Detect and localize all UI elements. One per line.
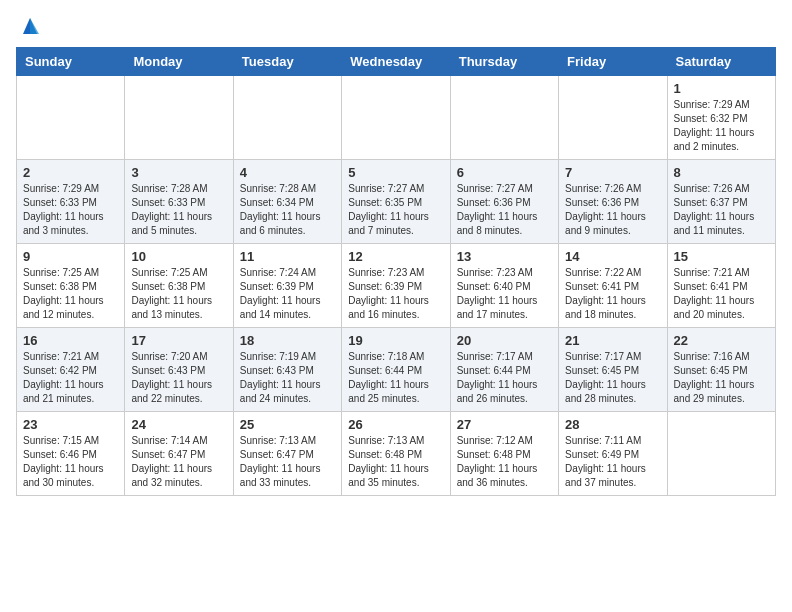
- day-info: Sunrise: 7:20 AM Sunset: 6:43 PM Dayligh…: [131, 350, 226, 406]
- day-cell: 27Sunrise: 7:12 AM Sunset: 6:48 PM Dayli…: [450, 412, 558, 496]
- day-number: 7: [565, 165, 660, 180]
- day-cell: 16Sunrise: 7:21 AM Sunset: 6:42 PM Dayli…: [17, 328, 125, 412]
- day-info: Sunrise: 7:13 AM Sunset: 6:48 PM Dayligh…: [348, 434, 443, 490]
- week-row-4: 16Sunrise: 7:21 AM Sunset: 6:42 PM Dayli…: [17, 328, 776, 412]
- day-number: 18: [240, 333, 335, 348]
- day-number: 10: [131, 249, 226, 264]
- day-cell: 23Sunrise: 7:15 AM Sunset: 6:46 PM Dayli…: [17, 412, 125, 496]
- day-cell: 25Sunrise: 7:13 AM Sunset: 6:47 PM Dayli…: [233, 412, 341, 496]
- weekday-header-wednesday: Wednesday: [342, 48, 450, 76]
- day-number: 26: [348, 417, 443, 432]
- day-cell: 28Sunrise: 7:11 AM Sunset: 6:49 PM Dayli…: [559, 412, 667, 496]
- day-info: Sunrise: 7:28 AM Sunset: 6:33 PM Dayligh…: [131, 182, 226, 238]
- day-number: 20: [457, 333, 552, 348]
- svg-marker-1: [30, 18, 39, 34]
- day-cell: [125, 76, 233, 160]
- day-cell: 24Sunrise: 7:14 AM Sunset: 6:47 PM Dayli…: [125, 412, 233, 496]
- day-info: Sunrise: 7:21 AM Sunset: 6:42 PM Dayligh…: [23, 350, 118, 406]
- day-cell: 22Sunrise: 7:16 AM Sunset: 6:45 PM Dayli…: [667, 328, 775, 412]
- day-info: Sunrise: 7:24 AM Sunset: 6:39 PM Dayligh…: [240, 266, 335, 322]
- day-cell: [450, 76, 558, 160]
- day-info: Sunrise: 7:18 AM Sunset: 6:44 PM Dayligh…: [348, 350, 443, 406]
- day-cell: 5Sunrise: 7:27 AM Sunset: 6:35 PM Daylig…: [342, 160, 450, 244]
- day-number: 19: [348, 333, 443, 348]
- calendar-table: SundayMondayTuesdayWednesdayThursdayFrid…: [16, 47, 776, 496]
- day-cell: 17Sunrise: 7:20 AM Sunset: 6:43 PM Dayli…: [125, 328, 233, 412]
- day-number: 27: [457, 417, 552, 432]
- day-number: 28: [565, 417, 660, 432]
- day-info: Sunrise: 7:21 AM Sunset: 6:41 PM Dayligh…: [674, 266, 769, 322]
- day-number: 9: [23, 249, 118, 264]
- day-cell: 2Sunrise: 7:29 AM Sunset: 6:33 PM Daylig…: [17, 160, 125, 244]
- day-cell: [233, 76, 341, 160]
- day-info: Sunrise: 7:23 AM Sunset: 6:40 PM Dayligh…: [457, 266, 552, 322]
- day-number: 13: [457, 249, 552, 264]
- day-cell: 13Sunrise: 7:23 AM Sunset: 6:40 PM Dayli…: [450, 244, 558, 328]
- day-cell: 11Sunrise: 7:24 AM Sunset: 6:39 PM Dayli…: [233, 244, 341, 328]
- week-row-5: 23Sunrise: 7:15 AM Sunset: 6:46 PM Dayli…: [17, 412, 776, 496]
- day-info: Sunrise: 7:27 AM Sunset: 6:36 PM Dayligh…: [457, 182, 552, 238]
- page-header: [16, 16, 776, 39]
- day-cell: [667, 412, 775, 496]
- day-number: 17: [131, 333, 226, 348]
- day-cell: 8Sunrise: 7:26 AM Sunset: 6:37 PM Daylig…: [667, 160, 775, 244]
- day-info: Sunrise: 7:23 AM Sunset: 6:39 PM Dayligh…: [348, 266, 443, 322]
- day-info: Sunrise: 7:17 AM Sunset: 6:44 PM Dayligh…: [457, 350, 552, 406]
- day-number: 21: [565, 333, 660, 348]
- day-cell: 14Sunrise: 7:22 AM Sunset: 6:41 PM Dayli…: [559, 244, 667, 328]
- day-cell: 4Sunrise: 7:28 AM Sunset: 6:34 PM Daylig…: [233, 160, 341, 244]
- day-number: 25: [240, 417, 335, 432]
- day-info: Sunrise: 7:29 AM Sunset: 6:32 PM Dayligh…: [674, 98, 769, 154]
- logo: [16, 16, 41, 39]
- weekday-header-thursday: Thursday: [450, 48, 558, 76]
- day-info: Sunrise: 7:12 AM Sunset: 6:48 PM Dayligh…: [457, 434, 552, 490]
- day-info: Sunrise: 7:25 AM Sunset: 6:38 PM Dayligh…: [131, 266, 226, 322]
- day-number: 11: [240, 249, 335, 264]
- logo-sail-icon: [19, 16, 41, 36]
- week-row-3: 9Sunrise: 7:25 AM Sunset: 6:38 PM Daylig…: [17, 244, 776, 328]
- day-info: Sunrise: 7:13 AM Sunset: 6:47 PM Dayligh…: [240, 434, 335, 490]
- weekday-header-tuesday: Tuesday: [233, 48, 341, 76]
- day-info: Sunrise: 7:26 AM Sunset: 6:36 PM Dayligh…: [565, 182, 660, 238]
- weekday-header-monday: Monday: [125, 48, 233, 76]
- day-cell: 20Sunrise: 7:17 AM Sunset: 6:44 PM Dayli…: [450, 328, 558, 412]
- day-number: 2: [23, 165, 118, 180]
- weekday-header-friday: Friday: [559, 48, 667, 76]
- day-cell: [559, 76, 667, 160]
- day-number: 3: [131, 165, 226, 180]
- day-info: Sunrise: 7:19 AM Sunset: 6:43 PM Dayligh…: [240, 350, 335, 406]
- day-cell: [342, 76, 450, 160]
- day-cell: 12Sunrise: 7:23 AM Sunset: 6:39 PM Dayli…: [342, 244, 450, 328]
- day-number: 12: [348, 249, 443, 264]
- day-cell: 7Sunrise: 7:26 AM Sunset: 6:36 PM Daylig…: [559, 160, 667, 244]
- day-cell: 26Sunrise: 7:13 AM Sunset: 6:48 PM Dayli…: [342, 412, 450, 496]
- day-info: Sunrise: 7:15 AM Sunset: 6:46 PM Dayligh…: [23, 434, 118, 490]
- day-cell: 15Sunrise: 7:21 AM Sunset: 6:41 PM Dayli…: [667, 244, 775, 328]
- day-cell: 9Sunrise: 7:25 AM Sunset: 6:38 PM Daylig…: [17, 244, 125, 328]
- weekday-header-row: SundayMondayTuesdayWednesdayThursdayFrid…: [17, 48, 776, 76]
- day-info: Sunrise: 7:29 AM Sunset: 6:33 PM Dayligh…: [23, 182, 118, 238]
- day-number: 6: [457, 165, 552, 180]
- day-info: Sunrise: 7:28 AM Sunset: 6:34 PM Dayligh…: [240, 182, 335, 238]
- day-number: 5: [348, 165, 443, 180]
- day-number: 22: [674, 333, 769, 348]
- day-cell: 19Sunrise: 7:18 AM Sunset: 6:44 PM Dayli…: [342, 328, 450, 412]
- day-cell: 18Sunrise: 7:19 AM Sunset: 6:43 PM Dayli…: [233, 328, 341, 412]
- day-cell: [17, 76, 125, 160]
- day-cell: 21Sunrise: 7:17 AM Sunset: 6:45 PM Dayli…: [559, 328, 667, 412]
- day-info: Sunrise: 7:14 AM Sunset: 6:47 PM Dayligh…: [131, 434, 226, 490]
- logo-text: [16, 16, 41, 39]
- week-row-2: 2Sunrise: 7:29 AM Sunset: 6:33 PM Daylig…: [17, 160, 776, 244]
- day-info: Sunrise: 7:25 AM Sunset: 6:38 PM Dayligh…: [23, 266, 118, 322]
- day-number: 23: [23, 417, 118, 432]
- day-number: 14: [565, 249, 660, 264]
- day-info: Sunrise: 7:27 AM Sunset: 6:35 PM Dayligh…: [348, 182, 443, 238]
- weekday-header-saturday: Saturday: [667, 48, 775, 76]
- day-info: Sunrise: 7:26 AM Sunset: 6:37 PM Dayligh…: [674, 182, 769, 238]
- day-info: Sunrise: 7:17 AM Sunset: 6:45 PM Dayligh…: [565, 350, 660, 406]
- day-cell: 10Sunrise: 7:25 AM Sunset: 6:38 PM Dayli…: [125, 244, 233, 328]
- weekday-header-sunday: Sunday: [17, 48, 125, 76]
- day-info: Sunrise: 7:22 AM Sunset: 6:41 PM Dayligh…: [565, 266, 660, 322]
- day-number: 1: [674, 81, 769, 96]
- day-number: 15: [674, 249, 769, 264]
